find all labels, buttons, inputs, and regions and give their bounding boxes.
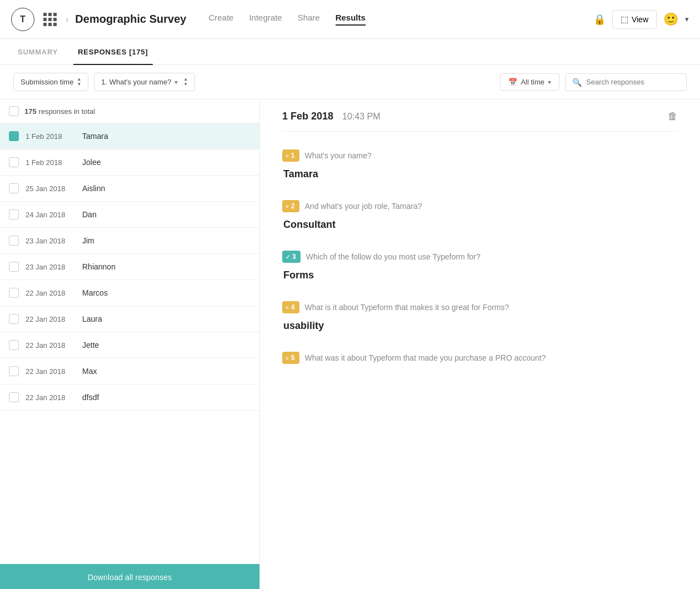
main-nav: Create Integrate Share Results: [208, 13, 365, 26]
question-arrows-icon: ▲▼: [183, 77, 188, 87]
external-link-icon: ⬚: [621, 14, 628, 24]
user-emoji-icon: 🙂: [663, 12, 678, 27]
toolbar-right: 📅 All time ▾ 🔍: [500, 73, 687, 91]
response-row[interactable]: 1 Feb 2018 Tamara: [0, 123, 259, 149]
response-date: 22 Jan 2018: [26, 367, 76, 376]
right-panel: 1 Feb 2018 10:43 PM 🗑 ≡ 1 What's your na…: [260, 99, 700, 589]
response-date: 1 Feb 2018: [26, 158, 76, 167]
question-badge-4: ≡ 4: [282, 301, 299, 313]
response-row[interactable]: 22 Jan 2018 Max: [0, 358, 259, 385]
select-all-row: 175 responses in total: [0, 99, 259, 123]
question-badge-1: ≡ 1: [282, 149, 299, 162]
download-all-button[interactable]: Download all responses: [0, 564, 259, 589]
row-checkbox[interactable]: [9, 157, 19, 167]
question-block-1: ≡ 1 What's your name? Tamara: [282, 149, 678, 180]
nav-share[interactable]: Share: [298, 13, 320, 26]
answer-text-1: Tamara: [283, 168, 678, 180]
chevron-down-icon: ▾: [174, 78, 178, 86]
response-row[interactable]: 23 Jan 2018 Jim: [0, 228, 259, 254]
response-row[interactable]: 22 Jan 2018 dfsdf: [0, 385, 259, 411]
breadcrumb-separator-icon: ›: [66, 14, 68, 24]
response-name: Rhiannon: [82, 262, 116, 271]
response-name: Max: [82, 367, 97, 376]
chevron-down-small-icon: ▾: [548, 78, 551, 86]
row-checkbox[interactable]: [9, 236, 19, 246]
question-text-5: What was it about Typeform that made you…: [305, 353, 546, 362]
row-checkbox[interactable]: [9, 131, 19, 141]
search-input[interactable]: [586, 78, 679, 86]
response-date: 22 Jan 2018: [26, 341, 76, 350]
nav-results[interactable]: Results: [336, 13, 366, 26]
response-row[interactable]: 22 Jan 2018 Laura: [0, 306, 259, 332]
question-filter-label: 1. What's your name?: [101, 78, 171, 86]
response-name: Jette: [82, 341, 99, 350]
nav-create[interactable]: Create: [208, 13, 233, 26]
response-name: Aislinn: [82, 184, 105, 193]
question-label-2: ≡ 2 And what's your job role, Tamara?: [282, 200, 678, 212]
row-checkbox[interactable]: [9, 366, 19, 376]
response-row[interactable]: 22 Jan 2018 Marcos: [0, 280, 259, 306]
question-text-4: What is it about Typeform that makes it …: [305, 303, 509, 312]
survey-title: Demographic Survey: [75, 13, 186, 26]
response-name: Marcos: [82, 288, 108, 297]
question-text-2: And what's your job role, Tamara?: [305, 202, 422, 211]
row-checkbox[interactable]: [9, 262, 19, 272]
question-filter-button[interactable]: 1. What's your name? ▾ ▲▼: [94, 73, 195, 91]
question-number: 5: [291, 354, 295, 362]
response-date: 23 Jan 2018: [26, 263, 76, 271]
avatar[interactable]: T: [11, 8, 34, 31]
question-badge-5: ≡ 5: [282, 352, 299, 364]
question-number: 2: [291, 202, 295, 210]
question-label-5: ≡ 5 What was it about Typeform that made…: [282, 352, 678, 364]
question-badge-2: ≡ 2: [282, 200, 299, 212]
sort-button[interactable]: Submission time ▲▼: [13, 73, 88, 91]
response-name: Tamara: [82, 132, 108, 141]
date-filter-label: All time: [521, 78, 544, 86]
response-row[interactable]: 22 Jan 2018 Jette: [0, 332, 259, 358]
response-date: 23 Jan 2018: [26, 237, 76, 245]
calendar-icon: 📅: [508, 78, 517, 86]
lock-icon: 🔒: [593, 13, 606, 26]
sort-arrows-icon: ▲▼: [77, 77, 81, 87]
row-checkbox[interactable]: [9, 392, 19, 402]
answer-text-3: Forms: [283, 269, 678, 281]
tab-summary[interactable]: SUMMARY: [13, 39, 62, 65]
response-date: 22 Jan 2018: [26, 315, 76, 323]
question-badge-3: ✓ 3: [282, 251, 301, 263]
row-checkbox[interactable]: [9, 340, 19, 350]
choice-badge-icon: ✓: [286, 254, 290, 260]
search-icon: 🔍: [572, 78, 582, 87]
sort-label: Submission time: [21, 78, 73, 86]
header: T › Demographic Survey Create Integrate …: [0, 0, 700, 39]
response-row[interactable]: 1 Feb 2018 Jolee: [0, 149, 259, 176]
view-button[interactable]: ⬚ View: [612, 10, 657, 29]
select-all-checkbox[interactable]: [9, 106, 19, 116]
apps-grid-icon[interactable]: [41, 11, 59, 28]
response-date: 22 Jan 2018: [26, 289, 76, 297]
response-row[interactable]: 24 Jan 2018 Dan: [0, 202, 259, 228]
row-checkbox[interactable]: [9, 183, 19, 193]
row-checkbox[interactable]: [9, 288, 19, 298]
toolbar: Submission time ▲▼ 1. What's your name? …: [0, 65, 700, 99]
response-row[interactable]: 23 Jan 2018 Rhiannon: [0, 254, 259, 280]
row-checkbox[interactable]: [9, 314, 19, 324]
question-block-4: ≡ 4 What is it about Typeform that makes…: [282, 301, 678, 332]
search-box: 🔍: [565, 73, 687, 91]
question-number: 1: [291, 152, 295, 159]
nav-integrate[interactable]: Integrate: [249, 13, 282, 26]
question-text-3: Which of the follow do you most use Type…: [306, 252, 481, 261]
response-detail-header: 1 Feb 2018 10:43 PM 🗑: [282, 99, 678, 132]
row-checkbox[interactable]: [9, 209, 19, 219]
text-badge-icon: ≡: [286, 153, 289, 159]
date-filter-button[interactable]: 📅 All time ▾: [500, 73, 559, 91]
chevron-down-icon[interactable]: ▾: [685, 15, 689, 23]
left-panel: 175 responses in total 1 Feb 2018 Tamara…: [0, 99, 260, 589]
tab-responses[interactable]: RESPONSES [175]: [73, 39, 153, 65]
response-row[interactable]: 25 Jan 2018 Aislinn: [0, 176, 259, 202]
response-date: 22 Jan 2018: [26, 393, 76, 402]
question-number: 4: [291, 303, 295, 311]
response-name: Jim: [82, 236, 94, 245]
question-number: 3: [292, 253, 296, 261]
question-label-3: ✓ 3 Which of the follow do you most use …: [282, 251, 678, 263]
delete-icon[interactable]: 🗑: [668, 111, 678, 122]
